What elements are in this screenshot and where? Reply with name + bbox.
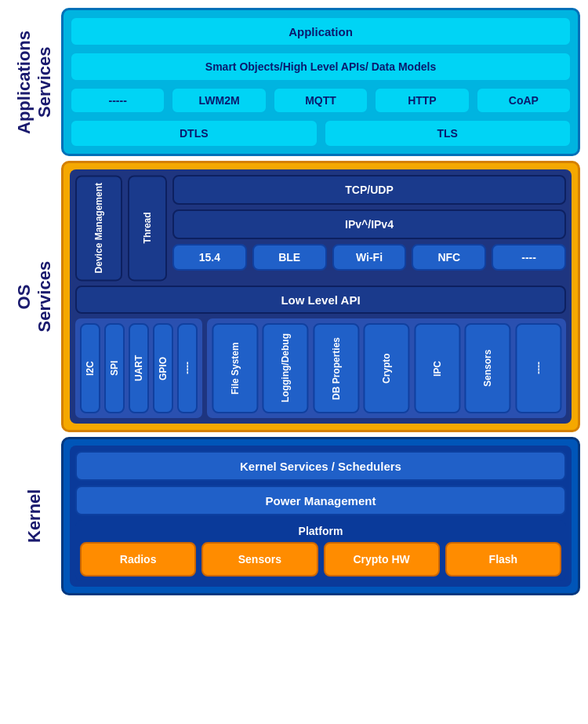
tcp-udp-box: TCP/UDP [172,175,566,205]
os-services-right-container: File System Logging/Debug DB Properties … [207,318,566,418]
app-dashes-box: ----- [70,87,165,114]
flash-box: Flash [445,542,561,577]
gpio-box: GPIO [153,323,173,413]
os-bottom-row: I2C SPI UART GPIO ---- File System Loggi… [75,318,566,418]
os-services-section: OSServices Device Management Thread TCP/… [8,161,580,432]
tls-box: TLS [324,119,572,147]
os-top-area: Device Management Thread TCP/UDP IPv^/IP… [75,175,566,281]
thread-box: Thread [128,175,167,281]
ipc-box: IPC [414,323,460,413]
smart-objects-box: Smart Objects/High Level APIs/ Data Mode… [70,52,572,82]
wifi-box: Wi-Fi [332,244,407,271]
platform-label: Platform [80,525,561,537]
radios-box: Radios [80,542,196,577]
os-services-content: Device Management Thread TCP/UDP IPv^/IP… [61,161,580,432]
dtls-box: DTLS [70,119,318,147]
platform-items-row: Radios Sensors Crypto HW Flash [80,542,561,577]
lwm2m-box: LWM2M [171,87,267,114]
application-box: Application [70,16,572,46]
kernel-services-box: Kernel Services / Schedulers [75,451,566,481]
app-services-label: ApplicationsServices [8,8,61,156]
kernel-section: Kernel Kernel Services / Schedulers Powe… [8,437,580,595]
low-level-api-box: Low Level API [75,286,566,314]
os-services-label: OSServices [8,161,61,432]
logging-box: Logging/Debug [262,323,308,413]
http-box: HTTP [374,87,470,114]
wireless-protocols-row: 15.4 BLE Wi-Fi NFC ---- [172,244,566,271]
device-management-box: Device Management [75,175,122,281]
app-security-row: DTLS TLS [70,119,572,147]
hw-interfaces-container: I2C SPI UART GPIO ---- [75,318,202,418]
power-management-box: Power Management [75,486,566,515]
app-services-section: ApplicationsServices Application Smart O… [8,8,580,156]
filesystem-box: File System [212,323,258,413]
154-box: 15.4 [172,244,247,271]
mqtt-box: MQTT [273,87,368,114]
sensors-hw-box: Sensors [201,542,318,577]
crypto-hw-box: Crypto HW [324,542,440,577]
nfc-box: NFC [412,244,486,271]
uart-box: UART [129,323,149,413]
kernel-inner-container: Kernel Services / Schedulers Power Manag… [70,446,572,587]
crypto-box: Crypto [363,323,409,413]
sensors-sw-box: Sensors [464,323,510,413]
architecture-diagram: ApplicationsServices Application Smart O… [8,8,580,595]
kernel-label: Kernel [8,437,61,595]
os-inner-container: Device Management Thread TCP/UDP IPv^/IP… [70,169,572,424]
hw-dashes-box: ---- [177,323,198,413]
os-right-dashes-box: ---- [515,323,561,413]
db-properties-box: DB Properties [313,323,359,413]
spi-box: SPI [104,323,125,413]
kernel-content: Kernel Services / Schedulers Power Manag… [61,437,580,595]
platform-container: Platform Radios Sensors Crypto HW Flash [75,520,566,581]
coap-box: CoAP [476,87,572,114]
app-services-content: Application Smart Objects/High Level API… [61,8,580,156]
ble-box: BLE [252,244,327,271]
os-dashes-box: ---- [492,244,566,271]
os-network-right: TCP/UDP IPv^/IPv4 15.4 BLE Wi-Fi NFC ---… [172,175,566,281]
i2c-box: I2C [80,323,100,413]
app-protocols-row: ----- LWM2M MQTT HTTP CoAP [70,87,572,114]
ipv-box: IPv^/IPv4 [172,209,566,239]
